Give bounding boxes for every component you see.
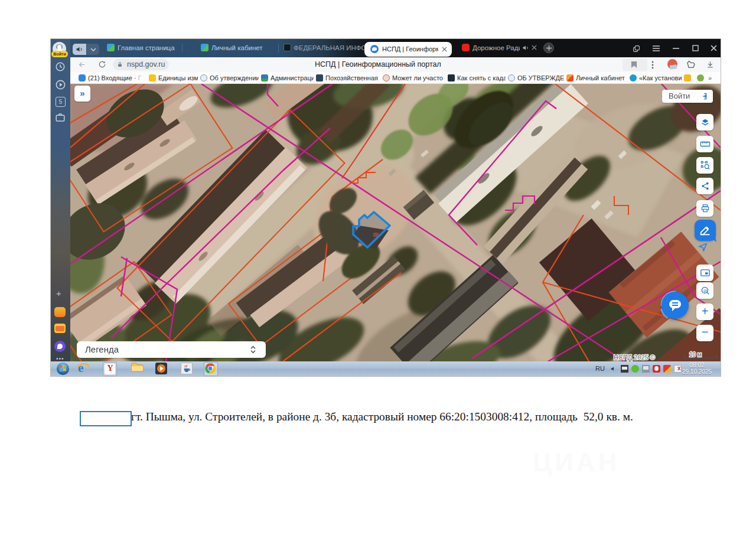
svg-text:@: @ <box>703 288 706 292</box>
svg-text:НСПД 2025 ©: НСПД 2025 © <box>614 354 655 361</box>
svg-text:10 м: 10 м <box>689 351 702 358</box>
